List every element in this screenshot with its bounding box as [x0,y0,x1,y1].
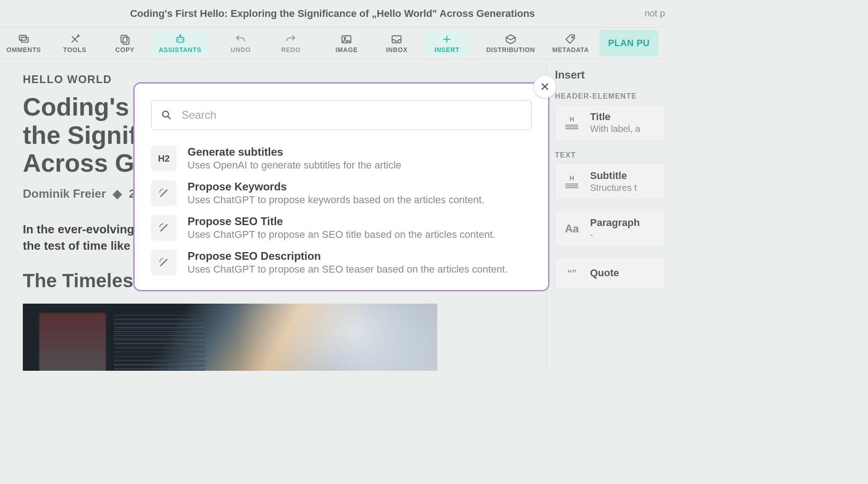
svg-point-7 [181,39,183,40]
undo-label: UNDO [231,46,251,53]
undo-button[interactable]: UNDO [218,30,263,56]
wand-icon [151,215,177,241]
comments-label: OMMENTS [6,46,41,53]
svg-point-10 [344,37,345,39]
titlebar: Coding's First Hello: Exploring the Sign… [0,0,665,27]
copy-label: COPY [115,46,135,53]
assistant-desc: Uses ChatGPT to propose an SEO teaser ba… [188,263,508,275]
h2-icon: H2 [151,146,177,171]
distribution-label: DISTRIBUTION [486,46,535,53]
sidebar-item-sub: Structures t [590,183,637,193]
tools-label: TOOLS [63,46,86,53]
sidebar-item-quote[interactable]: “” Quote [555,257,665,289]
byline-author[interactable]: Dominik Freier [23,187,106,200]
wand-icon [151,180,177,206]
toolbar: OMMENTS TOOLS COPY ASSISTANTS UNDO REDO … [0,27,665,59]
modal-search[interactable] [151,100,532,130]
redo-icon [285,33,297,45]
sidebar-item-sub: - [590,230,640,240]
sidebar-item-label: Subtitle [590,170,637,182]
assistant-desc: Uses OpenAI to generate subtitles for th… [188,159,401,171]
heading-icon: H [563,173,581,191]
assistant-propose-keywords[interactable]: Propose Keywords Uses ChatGPT to propose… [151,177,532,210]
comments-icon [18,33,30,45]
sidebar-item-subtitle[interactable]: H Subtitle Structures t [555,163,665,200]
svg-rect-3 [121,35,127,42]
svg-point-12 [572,37,573,38]
search-icon [161,109,173,121]
tag-icon [565,33,576,45]
sidebar-item-label: Title [590,111,640,123]
assistants-modal: ✕ H2 Generate subtitles Uses OpenAI to g… [133,82,549,291]
assistant-desc: Uses ChatGPT to propose an SEO title bas… [188,229,496,241]
assistant-desc: Uses ChatGPT to propose keywords based o… [188,194,484,206]
status-flag: not p [645,8,665,19]
assistants-button[interactable]: ASSISTANTS [152,30,208,56]
svg-point-2 [78,35,79,36]
redo-label: REDO [281,46,301,53]
image-label: IMAGE [335,46,358,53]
box-icon [505,33,517,45]
assistant-title: Generate subtitles [188,146,401,158]
svg-rect-4 [123,37,129,44]
image-button[interactable]: IMAGE [324,30,369,56]
svg-rect-1 [21,37,28,42]
sidebar-item-label: Quote [590,267,619,279]
comments-button[interactable]: OMMENTS [0,30,47,56]
sidebar-section-header: HEADER-ELEMENTE [555,92,665,100]
svg-point-6 [178,39,179,40]
sidebar-item-sub: With label, a [590,124,640,134]
svg-point-13 [162,111,168,117]
robot-icon [174,33,186,45]
metadata-label: METADATA [552,46,589,53]
plan-publish-button[interactable]: PLAN PU [600,30,658,56]
sidebar-title: Insert [555,68,665,81]
plan-publish-label: PLAN PU [608,38,649,48]
sidebar-item-paragraph[interactable]: Aa Paragraph - [555,210,665,247]
undo-icon [235,33,246,45]
tools-icon [69,33,81,45]
hero-image[interactable] [23,304,437,371]
assistant-generate-subtitles[interactable]: H2 Generate subtitles Uses OpenAI to gen… [151,142,532,175]
copy-button[interactable]: COPY [102,30,148,56]
quote-icon: “” [563,264,581,282]
sidebar-section-text: TEXT [555,151,665,159]
redo-button[interactable]: REDO [268,30,314,56]
svg-point-8 [179,35,180,36]
tools-button[interactable]: TOOLS [52,30,98,56]
close-icon: ✕ [540,80,550,94]
distribution-button[interactable]: DISTRIBUTION [480,30,541,56]
assistant-propose-seo-description[interactable]: Propose SEO Description Uses ChatGPT to … [151,246,532,279]
insert-button[interactable]: INSERT [424,30,470,56]
sidebar-item-label: Paragraph [590,217,640,229]
heading-icon: H [563,114,581,132]
close-button[interactable]: ✕ [533,75,556,98]
search-input[interactable] [181,108,522,122]
inbox-label: INBOX [386,46,408,53]
wand-icon [151,250,177,275]
plus-icon [441,33,453,45]
assistant-title: Propose Keywords [188,180,484,193]
assistants-label: ASSISTANTS [159,46,202,53]
image-icon [340,33,352,45]
metadata-button[interactable]: METADATA [546,30,595,56]
document-title: Coding's First Hello: Exploring the Sign… [130,8,535,20]
svg-rect-5 [177,37,183,42]
inbox-button[interactable]: INBOX [374,30,419,56]
assistant-title: Propose SEO Description [188,250,508,263]
inbox-icon [391,33,403,45]
assistant-title: Propose SEO Title [188,215,496,228]
insert-sidebar: Insert HEADER-ELEMENTE H Title With labe… [546,59,665,371]
sidebar-item-title[interactable]: H Title With label, a [555,104,665,141]
assistant-propose-seo-title[interactable]: Propose SEO Title Uses ChatGPT to propos… [151,211,532,244]
modal-list: H2 Generate subtitles Uses OpenAI to gen… [151,142,532,279]
text-icon: Aa [563,220,581,238]
copy-icon [119,33,131,45]
diamond-icon: ◆ [113,187,122,200]
insert-label: INSERT [434,46,460,53]
